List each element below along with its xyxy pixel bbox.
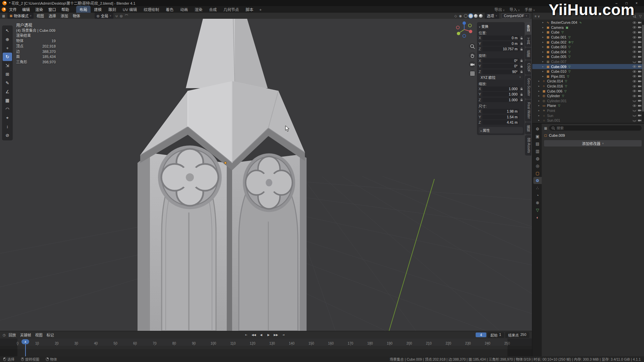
falloff-icon[interactable]: ⌒ (125, 13, 128, 18)
outliner-filter-icon[interactable]: ▽ (639, 14, 642, 18)
sidebar-tab[interactable]: 视图 (525, 48, 531, 60)
render-visibility-icon[interactable] (637, 46, 642, 49)
object-name[interactable]: Cube (551, 30, 559, 34)
tool-button[interactable]: ∠ (3, 87, 12, 96)
render-visibility-icon[interactable] (637, 75, 642, 78)
expand-caret-icon[interactable] (538, 114, 542, 117)
hide-toggle-icon[interactable] (632, 119, 637, 122)
object-name[interactable]: Sun.001 (547, 118, 560, 122)
render-visibility-icon[interactable] (637, 26, 642, 29)
topbar-right-item[interactable]: 手册 (525, 7, 535, 12)
menu-item[interactable]: 渲染 (33, 6, 46, 12)
render-visibility-icon[interactable] (637, 85, 642, 88)
outliner-row[interactable]: ▦ Cube.002 ⚙▽ (532, 40, 644, 45)
timeline-tracks[interactable] (0, 346, 532, 356)
expand-caret-icon[interactable] (542, 51, 546, 53)
value-field[interactable]: 10.757 m (482, 47, 519, 51)
lock-icon[interactable] (520, 93, 523, 96)
workspace-tab[interactable]: 布局 (76, 6, 91, 13)
timeline-ruler[interactable]: 0102030405060708090100110120130140150160… (0, 339, 532, 346)
tool-button[interactable]: ⇲ (3, 61, 12, 70)
options-dropdown[interactable]: 选项 (485, 13, 499, 19)
navigation-gizmo[interactable] (455, 20, 474, 39)
topbar-right-item[interactable]: 导出 (494, 7, 505, 12)
properties-tab[interactable]: ▣ (533, 133, 542, 140)
properties-tab[interactable]: ◍ (533, 155, 542, 162)
render-visibility-icon[interactable] (637, 31, 642, 34)
workspace-tab[interactable]: 几何节点 (220, 6, 242, 13)
render-visibility-icon[interactable] (637, 70, 642, 73)
outliner-row[interactable]: ▦ Pipe.001 ▽ (532, 74, 644, 79)
expand-caret-icon[interactable] (538, 80, 542, 82)
object-name[interactable]: Pipe.001 (551, 74, 565, 78)
outliner-row[interactable]: ◎ Cylinder ▽ (532, 94, 644, 99)
object-name[interactable]: Point (547, 109, 555, 113)
object-name[interactable]: Cylinder (547, 94, 560, 98)
render-visibility-icon[interactable] (637, 60, 642, 63)
outliner-scrollbar[interactable] (642, 21, 644, 122)
workspace-tab[interactable]: 渲染 (191, 6, 206, 13)
lock-icon[interactable] (520, 42, 523, 45)
lock-icon[interactable] (520, 87, 523, 90)
item-panel-collapsed[interactable]: 属性 (479, 127, 523, 133)
sidebar-tab[interactable]: 条目 (525, 22, 531, 34)
active-object-name[interactable]: Cube.009 (549, 133, 565, 137)
hide-toggle-icon[interactable] (632, 99, 637, 102)
value-field[interactable]: 1.98 m (482, 109, 519, 114)
object-name[interactable]: Cube.003 (551, 45, 567, 49)
expand-caret-icon[interactable] (542, 55, 546, 58)
expand-caret-icon[interactable] (542, 36, 546, 39)
conjuresdf-dropdown[interactable]: ConjureSDF (501, 13, 530, 18)
sidebar-tab[interactable]: BB Assets (525, 135, 531, 156)
mode-dropdown[interactable]: ▦ 物体模式 (7, 13, 34, 19)
hide-toggle-icon[interactable] (632, 21, 637, 24)
sidebar-tab[interactable]: 工具 (525, 35, 531, 47)
tool-button[interactable]: ⊞ (3, 70, 12, 78)
value-field[interactable]: 0 m (482, 36, 519, 40)
tool-button[interactable]: ◠ (3, 105, 12, 113)
tool-button[interactable]: ⌖ (3, 114, 12, 122)
properties-tab[interactable]: ⚙ (533, 125, 542, 132)
properties-tab[interactable]: ▥ (533, 147, 542, 155)
lock-icon[interactable] (520, 48, 523, 51)
lock-icon[interactable] (520, 70, 523, 73)
expand-caret-icon[interactable] (542, 75, 546, 78)
render-visibility-icon[interactable] (637, 109, 642, 112)
tool-button[interactable]: ↻ (3, 53, 12, 61)
object-name[interactable]: Camera (551, 25, 564, 29)
hide-toggle-icon[interactable] (632, 50, 637, 53)
hide-toggle-icon[interactable] (632, 65, 637, 68)
current-frame-field[interactable]: 4 (476, 333, 486, 337)
workspace-tab[interactable]: UV 编辑 (119, 6, 140, 13)
zoom-icon[interactable] (469, 43, 476, 50)
outliner-row[interactable]: ▦ Cube.007 (532, 59, 644, 64)
expand-caret-icon[interactable] (542, 31, 546, 34)
viewport-menu-item[interactable]: 物体 (72, 13, 81, 18)
proportional-edit-icon[interactable]: ◎ (120, 14, 123, 18)
outliner-row[interactable]: ▦ Cube.004 ▽ (532, 50, 644, 55)
sidebar-tab[interactable]: 编辑 (525, 122, 531, 134)
lock-icon[interactable] (520, 65, 523, 68)
workspace-tab[interactable]: 着色 (162, 6, 177, 13)
value-field[interactable]: 0° (482, 64, 519, 68)
workspace-tab[interactable]: 合成 (206, 6, 220, 13)
outliner-row[interactable]: ▦ Cube.006 ▽ (532, 88, 644, 94)
workspace-tab[interactable]: 脚本 (242, 6, 257, 13)
timeline-menu-item[interactable]: 标记 (47, 332, 54, 338)
value-field[interactable]: 1.000 (482, 92, 519, 97)
render-visibility-icon[interactable] (637, 21, 642, 24)
editor-type-icon[interactable]: ▦ (2, 14, 5, 18)
render-visibility-icon[interactable] (637, 80, 642, 83)
expand-caret-icon[interactable] (538, 104, 542, 107)
sidebar-tab[interactable]: Geo-Scatter (525, 75, 531, 99)
value-field[interactable]: 0° (482, 58, 519, 63)
render-visibility-icon[interactable] (637, 50, 642, 53)
tool-button[interactable]: + (3, 44, 12, 52)
playhead-line[interactable] (25, 344, 26, 356)
value-field[interactable]: 1.000 (482, 86, 519, 91)
snap-magnet-icon[interactable]: ∪ (115, 14, 118, 18)
hide-toggle-icon[interactable] (632, 26, 637, 29)
expand-caret-icon[interactable] (542, 21, 546, 24)
workspace-tab[interactable]: 纹理绘制 (140, 6, 162, 13)
render-visibility-icon[interactable] (637, 114, 642, 117)
